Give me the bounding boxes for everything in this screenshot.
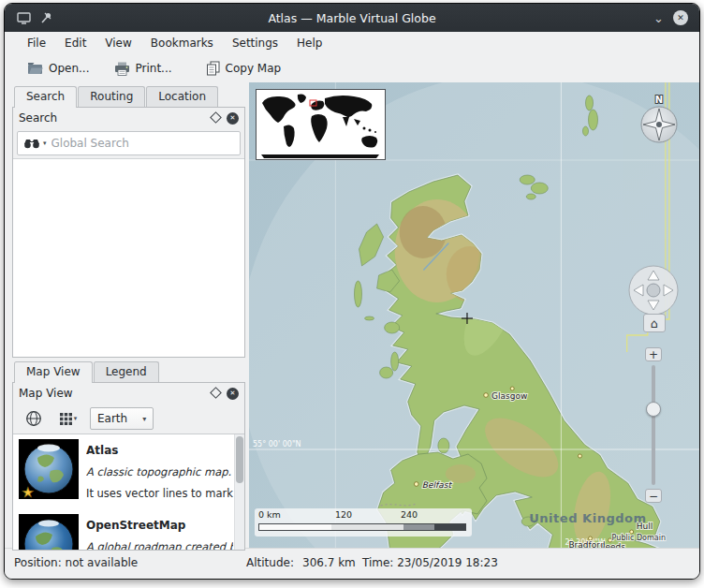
city-dot bbox=[484, 393, 489, 398]
tab-routing[interactable]: Routing bbox=[78, 86, 145, 107]
titlebar[interactable]: Atlas — Marble Virtual Globe ⌄ ✕ bbox=[5, 4, 699, 32]
search-input-row: ▾ bbox=[17, 131, 241, 155]
zoom-out-button[interactable]: − bbox=[645, 489, 662, 503]
zoom-slider-handle[interactable] bbox=[646, 402, 661, 417]
scale-bar-ruler bbox=[258, 523, 466, 531]
close-panel-button[interactable]: ✕ bbox=[227, 112, 239, 125]
attribution-label: Public Domain bbox=[612, 534, 666, 542]
sidebar-bottom-tabs: Map View Legend bbox=[12, 360, 245, 382]
global-search-icon[interactable] bbox=[23, 139, 40, 149]
window-title: Atlas — Marble Virtual Globe bbox=[5, 11, 699, 25]
tab-map-view[interactable]: Map View bbox=[14, 361, 93, 383]
search-mode-chevron-icon[interactable]: ▾ bbox=[43, 140, 47, 147]
celestial-body-select[interactable]: Earth ▾ bbox=[90, 407, 154, 430]
city-dot bbox=[578, 454, 581, 458]
app-window: Atlas — Marble Virtual Globe ⌄ ✕ File Ed… bbox=[4, 3, 700, 580]
tab-location[interactable]: Location bbox=[146, 86, 218, 107]
menu-view[interactable]: View bbox=[95, 34, 140, 52]
compass[interactable]: N bbox=[635, 90, 683, 144]
menu-edit[interactable]: Edit bbox=[55, 34, 95, 52]
map-view-controls: ▾ Earth ▾ bbox=[13, 404, 244, 434]
app-icon[interactable] bbox=[17, 12, 31, 24]
scale-end-label: 240 bbox=[401, 509, 418, 520]
thumbnail-view-button[interactable]: ▾ bbox=[51, 408, 85, 430]
open-button[interactable]: Open... bbox=[22, 59, 95, 78]
tab-search[interactable]: Search bbox=[14, 86, 77, 108]
city-label: Belfast bbox=[422, 480, 453, 490]
menu-bookmarks[interactable]: Bookmarks bbox=[141, 34, 223, 52]
list-item-atlas[interactable]: ★ Atlas A classic topographic map. It us… bbox=[13, 434, 235, 509]
favorite-star-icon: ★ bbox=[22, 484, 34, 499]
search-input[interactable] bbox=[50, 136, 234, 151]
close-panel-button[interactable]: ✕ bbox=[227, 388, 239, 400]
search-results-list[interactable] bbox=[13, 158, 244, 357]
map-theme-name: OpenStreetMap bbox=[86, 515, 233, 537]
scale-start-label: 0 km bbox=[258, 509, 281, 520]
list-item-openstreetmap[interactable]: OpenStreetMap A global roadmap created b… bbox=[13, 509, 235, 550]
toolbar: Open... Print... Copy Map bbox=[5, 54, 699, 82]
zoom-slider-track[interactable] bbox=[652, 365, 655, 485]
menu-file[interactable]: File bbox=[18, 34, 55, 52]
search-panel: Search ✕ ▾ bbox=[12, 107, 245, 358]
map-view-panel-header: Map View ✕ bbox=[13, 383, 244, 404]
time-status: Time: 23/05/2019 18:23 bbox=[362, 556, 498, 569]
pan-center-knob[interactable] bbox=[647, 284, 660, 297]
celestial-body-value: Earth bbox=[97, 412, 127, 425]
map-list-scrollbar[interactable] bbox=[234, 434, 244, 550]
city-dot bbox=[510, 387, 514, 390]
printer-icon bbox=[114, 62, 130, 76]
menubar: File Edit View Bookmarks Settings Help bbox=[5, 32, 699, 54]
float-panel-button[interactable] bbox=[212, 111, 220, 125]
atlas-thumbnail: ★ bbox=[19, 439, 79, 499]
position-status: Position: not available bbox=[14, 556, 138, 569]
open-label: Open... bbox=[49, 62, 90, 75]
sidebar: Search Routing Location Search ✕ ▾ bbox=[5, 82, 249, 551]
print-button[interactable]: Print... bbox=[109, 59, 178, 79]
copy-map-label: Copy Map bbox=[226, 62, 282, 75]
minimize-button[interactable]: ⌄ bbox=[653, 12, 664, 24]
scrollbar-thumb[interactable] bbox=[236, 436, 243, 483]
copy-map-button[interactable]: Copy Map bbox=[200, 58, 287, 79]
map-theme-desc: A classic topographic map. bbox=[86, 462, 233, 483]
tab-legend[interactable]: Legend bbox=[94, 361, 159, 382]
search-panel-title: Search bbox=[19, 111, 205, 125]
map-theme-desc: A global roadmap created by the bbox=[86, 537, 233, 550]
scale-mid-label: 120 bbox=[335, 509, 352, 520]
sidebar-top-tabs: Search Routing Location bbox=[12, 84, 245, 107]
float-panel-button[interactable] bbox=[212, 387, 220, 400]
city-dot bbox=[414, 482, 418, 487]
overview-map[interactable] bbox=[256, 89, 386, 160]
float-icon bbox=[210, 387, 222, 399]
home-icon: ⌂ bbox=[651, 317, 658, 330]
city-label: Glasgow bbox=[491, 391, 527, 401]
world-map-inset bbox=[257, 90, 385, 159]
projection-globe-button[interactable] bbox=[21, 408, 47, 430]
globe-icon bbox=[25, 410, 42, 427]
search-panel-header: Search ✕ bbox=[13, 108, 244, 128]
scale-bar: 0 km 120 240 bbox=[255, 508, 472, 537]
chevron-down-icon: ▾ bbox=[74, 415, 78, 422]
latitude-label: 55° 00' 00"N bbox=[253, 440, 301, 448]
navigation-pad[interactable] bbox=[627, 264, 680, 316]
menu-settings[interactable]: Settings bbox=[223, 34, 287, 52]
grid-icon bbox=[60, 413, 72, 425]
print-label: Print... bbox=[136, 62, 172, 75]
altitude-label: Altitude: bbox=[246, 556, 294, 569]
copy-icon bbox=[206, 61, 220, 76]
statusbar: Position: not available Altitude: 306.7 … bbox=[5, 548, 699, 579]
map-theme-desc: It uses vector lines to mark bbox=[86, 483, 233, 505]
zoom-in-button[interactable]: + bbox=[645, 347, 662, 361]
map-canvas[interactable]: 55° 00' 00"N 2° 30' 0"W Glasgow Belfast bbox=[249, 82, 699, 551]
pin-icon[interactable] bbox=[39, 11, 52, 24]
openstreetmap-thumbnail bbox=[19, 514, 79, 550]
close-button[interactable]: ✕ bbox=[673, 10, 688, 25]
folder-icon bbox=[27, 62, 43, 75]
altitude-value: 306.7 km bbox=[302, 556, 356, 569]
home-button[interactable]: ⌂ bbox=[643, 314, 666, 332]
map-theme-name: Atlas bbox=[86, 440, 233, 462]
map-theme-list: ★ Atlas A classic topographic map. It us… bbox=[13, 434, 244, 550]
map-view-panel: Map View ✕ bbox=[12, 382, 245, 551]
chevron-down-icon: ▾ bbox=[142, 415, 146, 423]
menu-help[interactable]: Help bbox=[287, 34, 331, 52]
plus-icon: + bbox=[649, 349, 658, 360]
